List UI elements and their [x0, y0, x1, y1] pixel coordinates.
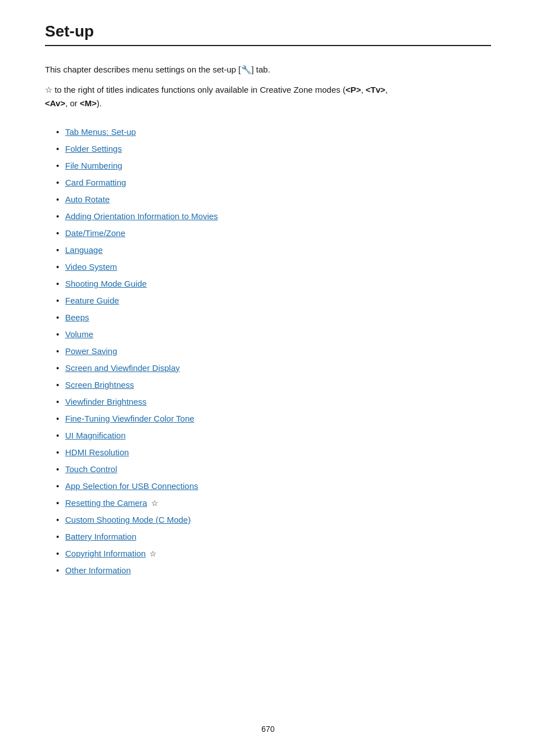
toc-link-auto-rotate[interactable]: Auto Rotate: [65, 194, 110, 204]
list-item: Fine-Tuning Viewfinder Color Tone: [56, 410, 491, 427]
star-icon-copyright: ☆: [147, 549, 157, 558]
toc-link-app-selection-usb[interactable]: App Selection for USB Connections: [65, 481, 198, 491]
list-item: Tab Menus: Set-up: [56, 124, 491, 141]
toc-link-other-information[interactable]: Other Information: [65, 565, 131, 575]
toc-link-date-time-zone[interactable]: Date/Time/Zone: [65, 228, 125, 238]
list-item: Adding Orientation Information to Movies: [56, 208, 491, 225]
mode-m: <M>: [80, 98, 97, 108]
list-item: Folder Settings: [56, 141, 491, 157]
toc-link-fine-tuning-color[interactable]: Fine-Tuning Viewfinder Color Tone: [65, 414, 194, 423]
list-item: Battery Information: [56, 528, 491, 545]
toc-link-orientation-info[interactable]: Adding Orientation Information to Movies: [65, 211, 218, 221]
list-item: Beeps: [56, 309, 491, 326]
list-item: Screen and Viewfinder Display: [56, 360, 491, 377]
list-item: Resetting the Camera ☆: [56, 495, 491, 511]
page-title: Set-up: [45, 22, 491, 40]
toc-list: Tab Menus: Set-up Folder Settings File N…: [56, 124, 491, 579]
toc-link-video-system[interactable]: Video System: [65, 262, 117, 271]
toc-link-folder-settings[interactable]: Folder Settings: [65, 144, 122, 153]
list-item: UI Magnification: [56, 427, 491, 444]
intro-section: This chapter describes menu settings on …: [45, 63, 491, 110]
list-item: App Selection for USB Connections: [56, 478, 491, 495]
toc-link-viewfinder-brightness[interactable]: Viewfinder Brightness: [65, 397, 147, 406]
toc-link-power-saving[interactable]: Power Saving: [65, 346, 117, 356]
mode-tv: <Tv>: [366, 85, 385, 94]
toc-link-screen-brightness[interactable]: Screen Brightness: [65, 380, 134, 390]
wrench-icon: 🔧: [241, 63, 252, 76]
list-item: Viewfinder Brightness: [56, 393, 491, 410]
list-item: Date/Time/Zone: [56, 225, 491, 242]
list-item: File Numbering: [56, 157, 491, 174]
list-item: Copyright Information ☆: [56, 545, 491, 562]
toc-link-shooting-mode-guide[interactable]: Shooting Mode Guide: [65, 279, 147, 288]
list-item: Touch Control: [56, 461, 491, 478]
toc-link-screen-viewfinder[interactable]: Screen and Viewfinder Display: [65, 363, 180, 373]
toc-link-beeps[interactable]: Beeps: [65, 313, 89, 322]
list-item: Language: [56, 242, 491, 259]
toc-link-ui-magnification[interactable]: UI Magnification: [65, 431, 126, 440]
toc-link-volume[interactable]: Volume: [65, 329, 93, 339]
intro-line-1: This chapter describes menu settings on …: [45, 63, 491, 76]
list-item: Video System: [56, 259, 491, 275]
toc-link-copyright-information[interactable]: Copyright Information: [65, 549, 146, 558]
list-item: Card Formatting: [56, 174, 491, 191]
mode-p: <P>: [346, 85, 361, 94]
page-number: 670: [261, 725, 274, 734]
toc-link-battery-information[interactable]: Battery Information: [65, 532, 137, 541]
list-item: Volume: [56, 326, 491, 343]
toc-link-resetting-camera[interactable]: Resetting the Camera: [65, 498, 147, 508]
list-item: Custom Shooting Mode (C Mode): [56, 511, 491, 528]
toc-link-tab-menus[interactable]: Tab Menus: Set-up: [65, 127, 136, 137]
list-item: Screen Brightness: [56, 377, 491, 393]
toc-link-card-formatting[interactable]: Card Formatting: [65, 178, 126, 187]
toc-link-feature-guide[interactable]: Feature Guide: [65, 296, 119, 305]
list-item: HDMI Resolution: [56, 444, 491, 461]
toc-link-touch-control[interactable]: Touch Control: [65, 464, 117, 474]
toc-link-hdmi-resolution[interactable]: HDMI Resolution: [65, 447, 129, 457]
list-item: Auto Rotate: [56, 191, 491, 208]
list-item: Other Information: [56, 562, 491, 579]
list-item: Shooting Mode Guide: [56, 275, 491, 292]
toc-link-language[interactable]: Language: [65, 245, 103, 255]
list-item: Power Saving: [56, 343, 491, 360]
toc-link-custom-shooting[interactable]: Custom Shooting Mode (C Mode): [65, 515, 190, 524]
list-item: Feature Guide: [56, 292, 491, 309]
star-icon-resetting: ☆: [149, 499, 158, 508]
page-header: Set-up: [45, 22, 491, 46]
intro-line-2: ☆ to the right of titles indicates funct…: [45, 83, 491, 110]
toc-link-file-numbering[interactable]: File Numbering: [65, 161, 122, 170]
page-footer: 670: [0, 725, 536, 734]
mode-av: <Av>: [45, 98, 65, 108]
